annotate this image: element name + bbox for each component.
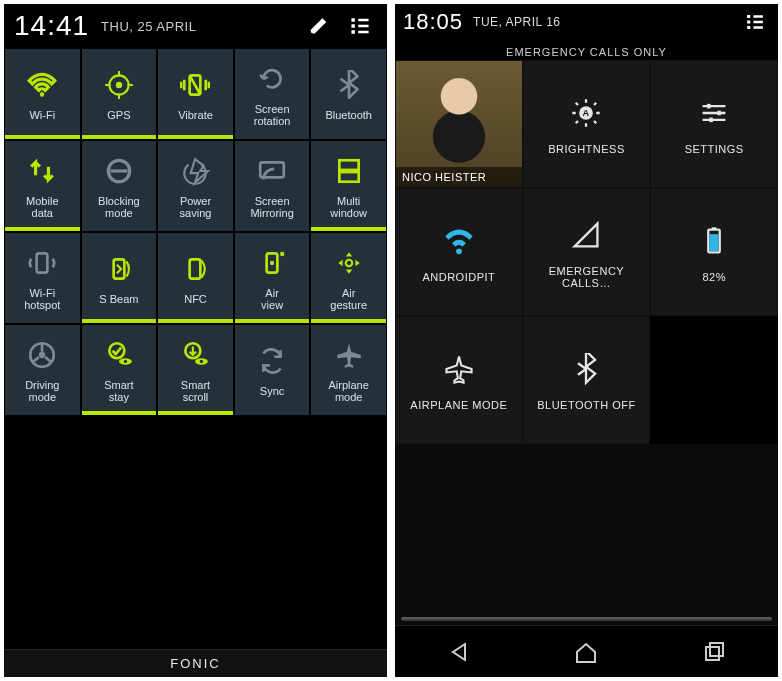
- qs-tile-s-beam[interactable]: S Beam: [81, 232, 158, 324]
- tile-label: Bluetooth: [325, 109, 371, 121]
- airplane-icon: [331, 337, 367, 373]
- tile-label: Sync: [260, 385, 284, 397]
- tile-label: 82%: [702, 271, 726, 283]
- qs-tile-settings[interactable]: SETTINGS: [650, 60, 778, 188]
- vibrate-icon: [177, 67, 213, 103]
- recent-button[interactable]: [690, 634, 738, 670]
- drag-handle[interactable]: [401, 617, 772, 621]
- qs-tile-mobile-data[interactable]: Mobile data: [4, 140, 81, 232]
- tile-label: Screen rotation: [254, 103, 291, 127]
- multi-window-icon: [331, 153, 367, 189]
- clock: 14:41: [14, 10, 89, 42]
- qs-tile-wifi[interactable]: Wi-Fi: [4, 48, 81, 140]
- qs-tile-smart-stay[interactable]: Smart stay: [81, 324, 158, 416]
- stock-android-phone: 18:05 TUE, APRIL 16 EMERGENCY CALLS ONLY…: [395, 4, 778, 677]
- airplane-line-icon: [439, 349, 479, 389]
- status-bar: 18:05 TUE, APRIL 16: [395, 4, 778, 40]
- back-button[interactable]: [435, 634, 483, 670]
- smart-scroll-icon: [177, 337, 213, 373]
- tile-label: ANDROIDPIT: [422, 271, 495, 283]
- tile-label: Blocking mode: [98, 195, 140, 219]
- home-button[interactable]: [562, 634, 610, 670]
- qs-tile-power-saving[interactable]: Power saving: [157, 140, 234, 232]
- date: THU, 25 APRIL: [101, 19, 196, 34]
- tile-label: S Beam: [99, 293, 138, 305]
- qs-tile-driving[interactable]: Driving mode: [4, 324, 81, 416]
- list-view-button[interactable]: [343, 9, 377, 43]
- qs-tile-rotate[interactable]: Screen rotation: [234, 48, 311, 140]
- tile-label: Air gesture: [330, 287, 367, 311]
- tile-label: SETTINGS: [685, 143, 744, 155]
- qs-tile-gps[interactable]: GPS: [81, 48, 158, 140]
- qs-tile-bluetooth[interactable]: Bluetooth: [310, 48, 387, 140]
- air-view-icon: [254, 245, 290, 281]
- qs-tile-vibrate[interactable]: Vibrate: [157, 48, 234, 140]
- qs-tile-user[interactable]: NICO HEISTER: [395, 60, 523, 188]
- qs-tile-mirroring[interactable]: Screen Mirroring: [234, 140, 311, 232]
- status-bar: 14:41 THU, 25 APRIL: [4, 4, 387, 48]
- quick-settings-grid: NICO HEISTERBRIGHTNESSSETTINGSANDROIDPIT…: [395, 60, 778, 444]
- tile-label: Screen Mirroring: [250, 195, 293, 219]
- network-status: EMERGENCY CALLS ONLY: [395, 40, 778, 60]
- tile-label: Driving mode: [25, 379, 59, 403]
- tile-label: Smart scroll: [181, 379, 210, 403]
- tile-label: Vibrate: [178, 109, 213, 121]
- svg-rect-34: [710, 643, 723, 656]
- tile-label: Air view: [261, 287, 283, 311]
- driving-icon: [24, 337, 60, 373]
- mobile-data-icon: [24, 153, 60, 189]
- tile-label: GPS: [107, 109, 130, 121]
- samsung-touchwiz-phone: 14:41 THU, 25 APRIL Wi-FiGPSVibrateScree…: [4, 4, 387, 677]
- signal-icon: [566, 215, 606, 255]
- brightness-icon: [566, 93, 606, 133]
- qs-tile-nfc[interactable]: NFC: [157, 232, 234, 324]
- tile-label: Mobile data: [26, 195, 58, 219]
- gps-icon: [101, 67, 137, 103]
- clock: 18:05: [403, 9, 463, 35]
- tile-label: AIRPLANE MODE: [410, 399, 507, 411]
- power-saving-icon: [177, 153, 213, 189]
- svg-rect-33: [706, 647, 719, 660]
- tile-label: Power saving: [180, 195, 212, 219]
- tile-label: BLUETOOTH OFF: [537, 399, 636, 411]
- sync-icon: [254, 343, 290, 379]
- s-beam-icon: [101, 251, 137, 287]
- qs-tile-air-view[interactable]: Air view: [234, 232, 311, 324]
- blocking-icon: [101, 153, 137, 189]
- tile-label: Wi-Fi: [29, 109, 55, 121]
- battery-icon: [694, 221, 734, 261]
- qs-tile-airplane-line[interactable]: AIRPLANE MODE: [395, 316, 523, 444]
- qs-tile-sync[interactable]: Sync: [234, 324, 311, 416]
- qs-tile-bluetooth-line[interactable]: BLUETOOTH OFF: [523, 316, 651, 444]
- qs-tile-airplane[interactable]: Airplane mode: [310, 324, 387, 416]
- edit-button[interactable]: [303, 9, 337, 43]
- wifi-blue-icon: [439, 221, 479, 261]
- tile-label: Multi window: [330, 195, 367, 219]
- qs-tile-multi-window[interactable]: Multi window: [310, 140, 387, 232]
- notification-body: FONIC: [4, 416, 387, 677]
- tile-label: Wi-Fi hotspot: [24, 287, 60, 311]
- tile-label: Smart stay: [104, 379, 133, 403]
- list-view-button[interactable]: [740, 7, 770, 37]
- smart-stay-icon: [101, 337, 137, 373]
- qs-tile-blocking[interactable]: Blocking mode: [81, 140, 158, 232]
- air-gesture-icon: [331, 245, 367, 281]
- carrier-label: FONIC: [4, 649, 387, 677]
- panel-body: [395, 444, 778, 677]
- qs-tile-hotspot[interactable]: Wi-Fi hotspot: [4, 232, 81, 324]
- qs-tile-signal[interactable]: EMERGENCY CALLS…: [523, 188, 651, 316]
- nfc-icon: [177, 251, 213, 287]
- qs-tile-battery[interactable]: 82%: [650, 188, 778, 316]
- qs-tile-brightness[interactable]: BRIGHTNESS: [523, 60, 651, 188]
- date: TUE, APRIL 16: [473, 15, 560, 29]
- navigation-bar: [395, 625, 778, 677]
- user-name: NICO HEISTER: [396, 167, 522, 187]
- mirroring-icon: [254, 153, 290, 189]
- bluetooth-line-icon: [566, 349, 606, 389]
- qs-tile-air-gesture[interactable]: Air gesture: [310, 232, 387, 324]
- qs-tile-wifi-blue[interactable]: ANDROIDPIT: [395, 188, 523, 316]
- tile-label: BRIGHTNESS: [548, 143, 625, 155]
- settings-icon: [694, 93, 734, 133]
- qs-tile-smart-scroll[interactable]: Smart scroll: [157, 324, 234, 416]
- hotspot-icon: [24, 245, 60, 281]
